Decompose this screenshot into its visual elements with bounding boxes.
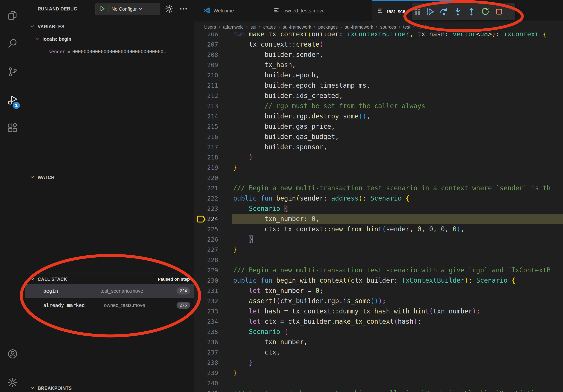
stack-frame-already_marked[interactable]: already_markedowned_tests.move275 (25, 298, 194, 312)
code-line-236[interactable]: 236 txn_number, (194, 337, 563, 347)
code-line-220[interactable]: 220 (194, 173, 563, 183)
run-and-debug-sidebar: RUN AND DEBUG No Configur VARIABLES (25, 0, 194, 392)
section-divider (25, 274, 194, 274)
breadcrumb-item[interactable]: sui-framework (345, 25, 373, 30)
code-line-227[interactable]: 227} (194, 245, 563, 255)
frame-line-badge: 224 (177, 287, 190, 295)
code-line-214[interactable]: 214 builder.rgp.destroy_some(), (194, 111, 563, 121)
variables-section-header[interactable]: VARIABLES (25, 22, 194, 31)
variables-scope-row[interactable]: locals: begin (25, 35, 194, 43)
code-line-212[interactable]: 212 builder.ids_created, (194, 91, 563, 101)
watch-section-header[interactable]: WATCH (25, 173, 194, 182)
code-line-232[interactable]: 232 assert!(ctx_builder.rgp.is_some()); (194, 296, 563, 306)
breadcrumb-item[interactable]: sources (380, 25, 396, 30)
code-line-216[interactable]: 216 builder.gas_budget, (194, 132, 563, 142)
dropdown-divider (108, 5, 109, 13)
code-line-231[interactable]: 231 let txn_number = 0; (194, 286, 563, 296)
line-number: 215 (194, 121, 218, 132)
code-line-237[interactable]: 237 ctx, (194, 347, 563, 357)
sidebar-item-explorer[interactable] (0, 6, 25, 25)
breadcrumb-item-file[interactable]: te (425, 25, 429, 30)
tab-welcome[interactable]: Welcome (194, 0, 264, 22)
code-line-226[interactable]: 226 } (194, 234, 563, 245)
step-into-button[interactable] (451, 5, 465, 19)
breadcrumb-separator: › (340, 24, 342, 30)
code-line-209[interactable]: 209 tx_hash, (194, 60, 563, 70)
code-line-229[interactable]: 229/// Begin a new multi-transaction tes… (194, 265, 563, 275)
start-debugging-icon[interactable] (98, 5, 106, 13)
code-line-240[interactable]: 240 (194, 378, 563, 388)
code-line-228[interactable]: 228 (194, 255, 563, 265)
code-line-213[interactable]: 213 // rgp must be set from the caller a… (194, 101, 563, 111)
tab-owned-tests-move[interactable]: owned_tests.move (264, 0, 365, 22)
code-line-208[interactable]: 208 builder.sender, (194, 50, 563, 60)
breadcrumb-item[interactable]: Users (204, 25, 216, 30)
debug-badge: 1 (12, 101, 21, 110)
breadcrumb-item[interactable]: sui (251, 25, 256, 30)
code-line-206[interactable]: 206fun make_tx_context(builder: TxContex… (194, 33, 563, 39)
code-line-239[interactable]: 239} (194, 368, 563, 378)
continue-button[interactable] (423, 5, 437, 19)
frame-file: owned_tests.move (104, 302, 145, 308)
code-text: builder.epoch, (233, 70, 319, 80)
code-line-225[interactable]: 225 ctx: tx_context::new_from_hint(sende… (194, 224, 563, 234)
breadcrumb-item[interactable]: test (403, 25, 410, 30)
code-line-238[interactable]: 238 } (194, 357, 563, 368)
line-number: 237 (194, 347, 218, 357)
stack-frame-begin[interactable]: begintest_scenario.move224 (25, 284, 194, 298)
editor-group: Welcomeowned_tests.movetest_sce Users›ad… (194, 0, 563, 392)
sidebar-item-settings[interactable] (0, 373, 25, 392)
code-line-222[interactable]: 222public fun begin(sender: address): Sc… (194, 193, 563, 204)
toolbar-drag-handle[interactable] (412, 5, 423, 19)
config-dropdown-label: No Configur (112, 6, 137, 12)
code-line-241[interactable]: 241/// Creates and shares system objects… (194, 388, 563, 392)
sidebar-item-account[interactable] (0, 345, 25, 364)
code-line-218[interactable]: 218 ) (194, 152, 563, 162)
code-editor[interactable]: 206fun make_tx_context(builder: TxContex… (194, 33, 563, 392)
code-line-234[interactable]: 234 let ctx = ctx_builder.make_tx_contex… (194, 316, 563, 327)
restart-button[interactable] (478, 5, 492, 19)
sidebar-item-search[interactable] (0, 34, 25, 53)
sidebar-item-source-control[interactable] (0, 63, 25, 82)
debug-settings-gear-icon[interactable] (165, 4, 174, 14)
breakpoints-section-header[interactable]: BREAKPOINTS (25, 384, 194, 392)
sidebar-item-run-and-debug[interactable]: 1 (0, 91, 25, 110)
breadcrumb-separator: › (278, 24, 280, 30)
breadcrumb-separator: › (246, 24, 248, 30)
sidebar-item-extensions[interactable] (0, 119, 25, 138)
stop-button[interactable] (492, 5, 506, 19)
step-into-icon (453, 7, 462, 16)
code-line-215[interactable]: 215 builder.gas_price, (194, 121, 563, 132)
code-line-211[interactable]: 211 builder.epoch_timestamp_ms, (194, 80, 563, 91)
code-text: builder.gas_budget, (233, 132, 339, 142)
breadcrumb: Users›adamwelc›sui›crates›sui-framework›… (194, 22, 563, 33)
code-line-224[interactable]: 224 txn_number: 0, (194, 214, 563, 224)
line-number: 231 (194, 286, 218, 296)
run-and-debug-title: RUN AND DEBUG (38, 6, 77, 12)
code-text: builder.sponsor, (233, 142, 327, 152)
breadcrumb-item[interactable]: crates (263, 25, 276, 30)
gear-icon (7, 377, 18, 389)
code-line-233[interactable]: 233 let hash = tx_context::dummy_tx_hash… (194, 306, 563, 316)
variable-name: sender (48, 49, 65, 54)
breadcrumb-item[interactable]: adamwelc (223, 25, 244, 30)
debug-configuration-dropdown[interactable]: No Configur (95, 3, 160, 15)
step-out-button[interactable] (465, 5, 478, 19)
code-line-223[interactable]: 223 Scenario { (194, 204, 563, 214)
code-line-219[interactable]: 219} (194, 162, 563, 173)
variable-row[interactable]: sender = 0000000000000000000000000000000… (25, 47, 194, 56)
more-actions-icon[interactable] (179, 4, 188, 14)
code-line-235[interactable]: 235 Scenario { (194, 327, 563, 337)
breadcrumb-item[interactable]: packages (318, 25, 337, 30)
code-line-217[interactable]: 217 builder.sponsor, (194, 142, 563, 152)
code-text: builder.epoch_timestamp_ms, (233, 80, 370, 91)
breadcrumb-item[interactable]: sui-framework (283, 25, 311, 30)
breadcrumb-separator: › (413, 24, 415, 30)
code-text: txn_number: 0, (233, 214, 319, 224)
step-over-button[interactable] (437, 5, 451, 19)
code-line-210[interactable]: 210 builder.epoch, (194, 70, 563, 80)
call-stack-section-header[interactable]: CALL STACK Paused on step (25, 275, 194, 284)
code-line-230[interactable]: 230public fun begin_with_context(ctx_bui… (194, 275, 563, 286)
code-line-221[interactable]: 221/// Begin a new multi-transaction tes… (194, 183, 563, 193)
code-line-207[interactable]: 207 tx_context::create( (194, 39, 563, 50)
